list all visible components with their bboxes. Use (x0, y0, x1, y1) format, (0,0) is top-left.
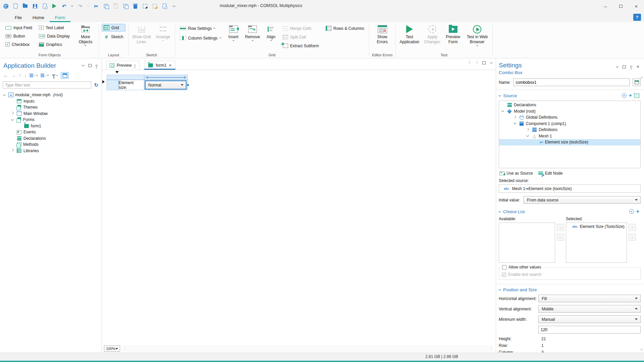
scroll-left-icon[interactable]: ‹ (124, 347, 126, 351)
minimum-width-dropdown[interactable]: Manual (538, 315, 641, 323)
minimize-button[interactable]: – (598, 0, 613, 12)
source-item-declarations[interactable]: Declarations (499, 102, 640, 108)
align-button[interactable]: Align (264, 24, 278, 41)
rows-and-columns-button[interactable]: Rows & Columns (324, 24, 366, 32)
settings-menu-chevron-icon[interactable] (616, 65, 619, 67)
scroll-up-icon[interactable] (640, 77, 643, 79)
expander-icon[interactable] (10, 150, 15, 151)
source-item-global-definitions[interactable]: Global Definitions (499, 114, 640, 121)
tree-filter-input[interactable] (3, 81, 91, 88)
save-icon[interactable] (32, 3, 38, 9)
zoom-control[interactable]: 100% (104, 346, 120, 352)
width-input[interactable] (538, 326, 641, 334)
show-node-text-toggle[interactable] (61, 72, 69, 79)
close-tab-icon[interactable]: × (169, 63, 171, 68)
source-item-element-size[interactable]: a≡ Element size (toolsSize) (499, 139, 640, 145)
input-field-button[interactable]: Input Field (3, 24, 34, 32)
tab-file[interactable]: File (9, 13, 27, 22)
tree-item-themes[interactable]: Themes (0, 104, 102, 111)
grid-cell[interactable] (107, 75, 144, 80)
collapse-source-icon[interactable] (498, 94, 501, 96)
filter-dropdown-icon[interactable] (56, 74, 58, 76)
source-tree[interactable]: Declarations Model (root) Global Definit… (499, 101, 641, 168)
preview-form-button[interactable]: Preview Form (444, 24, 462, 45)
text-label-button[interactable]: TText Label (37, 24, 72, 32)
checkbox-button[interactable]: ✓Checkbox (3, 41, 34, 48)
tree-item-events[interactable]: Events (0, 129, 102, 135)
resize-handle[interactable] (187, 84, 189, 86)
section-choice-list[interactable]: Choice List + + (496, 206, 644, 216)
show-errors-button[interactable]: ✕ Show Errors (374, 24, 391, 45)
tree-item-inputs[interactable]: Inputs (0, 98, 102, 105)
expander-icon[interactable] (525, 135, 530, 136)
collapse-all-button[interactable]: ↑ (30, 74, 38, 77)
back-button[interactable]: ← (3, 73, 8, 78)
switch-to-model-tree-icon[interactable] (634, 94, 639, 98)
refresh-icon[interactable]: ↻ (94, 82, 98, 88)
tree-item-root[interactable]: A modular_mixer.mph (root) (0, 92, 102, 98)
tree-item-libraries[interactable]: Libraries (0, 148, 102, 154)
source-item-component1[interactable]: Component 1 (comp1) (499, 121, 640, 127)
run-application-icon[interactable] (51, 3, 57, 9)
insert-button[interactable]: Insert (226, 24, 241, 41)
tree-item-form1[interactable]: form1 (0, 123, 102, 129)
available-listbox[interactable] (499, 223, 555, 263)
copy-icon[interactable] (103, 3, 109, 9)
tree-item-declarations[interactable]: Declarations (0, 135, 102, 142)
column-marker-icon[interactable] (115, 71, 119, 73)
form-canvas[interactable]: Element size: Normal (102, 70, 496, 345)
select-icon[interactable] (142, 3, 148, 9)
pin-panel-icon[interactable] (96, 65, 98, 67)
test-in-web-browser-button[interactable]: Test in Web Browser (465, 24, 490, 46)
add-source-icon[interactable]: + (622, 93, 627, 98)
qat-overflow-icon[interactable] (171, 3, 177, 9)
collapse-position-icon[interactable] (498, 288, 501, 291)
expander-icon[interactable] (10, 113, 15, 114)
settings-scrollbar[interactable] (639, 77, 644, 351)
horizontal-alignment-dropdown[interactable]: Fill (538, 295, 641, 302)
data-display-button[interactable]: 1.23Data Display (37, 32, 72, 40)
extract-subform-button[interactable]: Extract Subform (281, 42, 321, 50)
comsol-logo-icon[interactable] (3, 3, 9, 9)
row-marker-icon[interactable] (102, 80, 105, 83)
panel-menu-chevron-icon[interactable] (82, 64, 85, 66)
section-position-and-size[interactable]: Position and Size (496, 284, 644, 294)
close-button[interactable]: × (629, 0, 644, 12)
use-as-source-button[interactable]: Use as Source (499, 171, 533, 176)
expand-all-dropdown-icon[interactable] (47, 74, 49, 76)
open-file-icon[interactable] (22, 3, 28, 9)
expand-all-button[interactable]: ↓ (41, 74, 49, 77)
column-settings-button[interactable]: Column Settings (178, 34, 223, 42)
tab-preview[interactable]: Preview (106, 61, 140, 70)
preview-pin-icon[interactable] (134, 64, 136, 66)
scroll-right-icon[interactable]: › (490, 347, 491, 351)
button-button[interactable]: OKButton (3, 32, 34, 40)
filter-button[interactable] (52, 74, 58, 77)
element-size-combobox[interactable]: Normal (145, 80, 186, 89)
add-choice-icon[interactable]: + (636, 209, 639, 214)
selected-listbox[interactable]: abc Element Size (ToolsSize) (566, 223, 627, 263)
expander-icon[interactable] (513, 117, 517, 118)
vertical-alignment-dropdown[interactable]: Middle (538, 305, 641, 313)
cut-icon[interactable]: ✂ (93, 3, 99, 9)
collapse-choice-list-icon[interactable] (498, 209, 501, 212)
tab-form[interactable]: Form (50, 13, 70, 22)
tree-item-methods[interactable]: Methods (0, 141, 102, 148)
duplicate-icon[interactable] (122, 3, 128, 9)
tree-item-forms[interactable]: Forms (0, 117, 102, 123)
initial-value-dropdown[interactable]: From data source (524, 196, 641, 204)
row-settings-button[interactable]: Row Settings (178, 24, 223, 32)
sketch-mode-button[interactable]: #Sketch (102, 33, 125, 41)
editor-menu-icon[interactable] (490, 61, 493, 64)
source-item-definitions[interactable]: Definitions (499, 127, 640, 133)
pin-settings-icon[interactable] (630, 66, 632, 68)
add-choice-list-icon[interactable]: + (629, 209, 634, 214)
selected-list-item[interactable]: abc Element Size (ToolsSize) (566, 223, 627, 229)
grid-mode-button[interactable]: Grid (102, 24, 125, 32)
test-application-button[interactable]: Test Application (398, 24, 421, 45)
help-button[interactable]: ? (633, 14, 641, 21)
tab-form1[interactable]: form1 × (144, 61, 175, 70)
horizontal-scrollbar[interactable]: ‹ › (123, 346, 493, 352)
allow-other-values-checkbox[interactable] (502, 265, 506, 269)
new-file-icon[interactable] (12, 3, 18, 9)
